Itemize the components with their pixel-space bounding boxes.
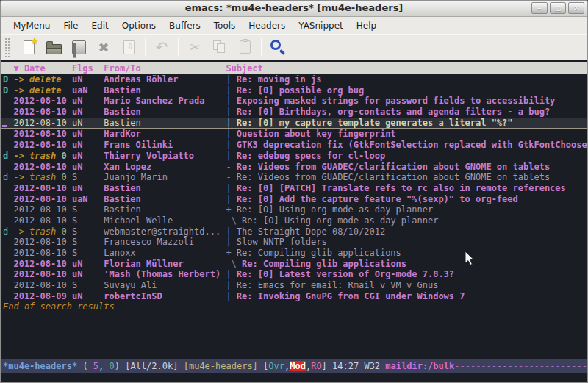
flags-cell: S [72, 172, 104, 183]
subject-cell: Re: [O] Using org-mode as day planner [242, 215, 438, 226]
import-button: ⇩ [116, 36, 141, 58]
titlebar[interactable]: emacs: *mu4e-headers* [mu4e-headers] – □… [1, 1, 587, 17]
date-text: 2012-08-10 [13, 140, 66, 150]
date-text: 2012-08-09 [13, 291, 66, 301]
date-cell: 2012-08-10 [13, 194, 71, 205]
menubar: MyMenuFileEditOptionsBuffersToolsHeaders… [1, 17, 587, 34]
message-row[interactable]: 2012-08-10uNBastien| Re: [0] [PATCH] Tra… [1, 183, 587, 194]
menu-item-mymenu[interactable]: MyMenu [7, 19, 57, 32]
message-row[interactable]: 2012-08-10uNHardKor| Question about key … [1, 129, 587, 140]
modeline-segment: maildir:/bulk [385, 361, 454, 371]
message-row[interactable]: 2012-08-09uNrobertcInSD| Re: Invoking Gn… [1, 291, 587, 302]
menu-item-edit[interactable]: Edit [85, 19, 115, 32]
message-row[interactable]: 2012-08-10SFrancesco Mazzoli| Slow NNTP … [1, 237, 587, 248]
message-row[interactable]: 2012-08-10uaNBastien| Re: [0] Add the ca… [1, 194, 587, 205]
message-row[interactable]: 2012-08-10uNMario Sanchez Prada| Exposin… [1, 96, 587, 107]
message-row[interactable]: 2012-08-10uNBastien| Re: [0] Birthdays, … [1, 107, 587, 118]
menu-item-headers[interactable]: Headers [242, 19, 292, 32]
flags-cell: uN [72, 96, 104, 107]
subject-cell: Re: [0] [PATCH] Translate refs to rc als… [237, 183, 566, 193]
modeline-segment: Ovr [268, 361, 284, 371]
date-text: -> delete [13, 85, 61, 96]
date-cell: 2012-08-10 [13, 140, 71, 151]
maximize-icon[interactable]: □ [550, 2, 566, 14]
date-text: 2012-08-10 [13, 96, 66, 106]
mark-target: -> trash 0 [13, 226, 71, 237]
header-flags-col[interactable]: Flgs [72, 62, 104, 74]
message-row[interactable]: 2012-08-10uNFlorian Müllner \ Re: Compil… [1, 259, 587, 270]
header-list: D-> deleteuNAndreas Röhler| Re: moving i… [3, 74, 587, 301]
menu-item-tools[interactable]: Tools [207, 19, 243, 32]
save-button[interactable] [66, 36, 91, 58]
close-icon[interactable]: ✕ [568, 2, 584, 14]
header-subject-col[interactable]: Subject [226, 63, 263, 74]
date-cell: 2012-08-10 [13, 183, 71, 194]
from-cell: Xan Lopez [104, 162, 226, 173]
modeline[interactable]: *mu4e-headers* ( 5, 0) [All/2.0k] [mu4e-… [1, 359, 587, 373]
echo-area[interactable] [1, 373, 587, 383]
menu-item-yasnippet[interactable]: YASnippet [292, 19, 350, 32]
flags-cell: uN [72, 107, 104, 118]
flags-cell: S [72, 215, 104, 226]
header-from-col[interactable]: From/To [104, 62, 226, 74]
search-button[interactable] [265, 36, 290, 58]
date-text: -> trash [13, 151, 61, 161]
date-cell: 2012-08-10 [13, 248, 71, 259]
message-row[interactable]: D-> deleteuNAndreas Röhler| Re: moving i… [1, 74, 587, 85]
flags-cell: uN [72, 140, 104, 151]
message-row[interactable]: D-> deleteuaNBastien| Re: [0] possible o… [1, 85, 587, 96]
message-row[interactable]: 2012-08-10uN'Mash (Thomas Herbert)| Re: … [1, 269, 587, 280]
message-row[interactable]: 2012-08-10SLanoxx+ Re: Compiling glib ap… [1, 248, 587, 259]
thread-indicator: | [226, 237, 236, 247]
message-row[interactable]: d-> trash 0SJuanjo Marin- Re: Videos fro… [1, 172, 587, 183]
from-cell: Thierry Volpiatto [104, 151, 226, 162]
menu-item-file[interactable]: File [57, 19, 85, 32]
star-icon: ★ [31, 36, 39, 46]
from-cell: Florian Müllner [104, 259, 226, 270]
paste-icon [240, 40, 251, 54]
message-row[interactable]: d-> trash 0Swebmaster@straightd...| The … [1, 226, 587, 237]
mark-target: -> delete [13, 74, 71, 85]
emacs-window: emacs: *mu4e-headers* [mu4e-headers] – □… [0, 0, 588, 383]
message-row[interactable]: 2012-08-10uNXan Lopez- Re: Videos from G… [1, 162, 587, 173]
mark-char [3, 140, 13, 151]
header-line[interactable]: ▼ DateFlgsFrom/ToSubject [1, 62, 587, 74]
menu-item-buffers[interactable]: Buffers [162, 19, 207, 32]
toolbar-separator [178, 38, 179, 56]
thread-indicator: + [226, 248, 236, 258]
message-row[interactable]: d-> trash 0uNThierry Volpiatto| Re: edeb… [1, 151, 587, 162]
from-cell: Andreas Röhler [104, 74, 226, 85]
delete-button[interactable]: ✖ [91, 36, 116, 58]
message-row[interactable]: 2012-08-10SSuvayu Ali| Re: Emacs for ema… [1, 280, 587, 291]
new-file-button[interactable]: ★ [16, 36, 41, 58]
message-row[interactable]: 2012-08-10uNFrans Oilinki| GTK3 deprecat… [1, 140, 587, 151]
menu-item-help[interactable]: Help [350, 19, 383, 32]
message-row[interactable]: 2012-08-10SMichael Welle \ Re: [O] Using… [1, 215, 587, 226]
thread-indicator: | [226, 151, 236, 161]
date-suffix: 0 [61, 151, 66, 161]
mark-char: d [3, 172, 13, 183]
thread-indicator: | [226, 291, 236, 301]
subject-cell: Re: Compiling glib applications [237, 248, 401, 258]
date-text: 2012-08-10 [13, 183, 66, 193]
delete-icon: ✖ [98, 40, 109, 55]
toolbar-grip-handle[interactable] [4, 37, 11, 57]
header-date-col[interactable]: ▼ Date [13, 62, 71, 74]
modeline-segment: 0 [110, 361, 115, 371]
from-cell: Mario Sanchez Prada [104, 96, 226, 107]
modeline-segment: , [98, 361, 109, 371]
open-folder-button[interactable] [41, 36, 66, 58]
date-cell: 2012-08-10 [13, 259, 71, 270]
menu-item-options[interactable]: Options [115, 19, 162, 32]
minimize-icon[interactable]: – [531, 2, 548, 14]
save-icon [72, 40, 86, 54]
date-text: 2012-08-10 [13, 259, 66, 269]
date-cell: 2012-08-10 [13, 162, 71, 173]
from-cell: HardKor [104, 129, 226, 140]
date-text: 2012-08-10 [13, 215, 66, 226]
message-row[interactable]: 2012-08-10SBastien+ Re: [O] Using org-mo… [1, 204, 587, 215]
modeline-segment: ------------------------------ [454, 361, 587, 371]
mark-char [3, 162, 13, 173]
message-row[interactable]: 2012-08-10uNBastien| Re: [0] my capture … [1, 118, 587, 129]
flags-cell: S [72, 248, 104, 259]
